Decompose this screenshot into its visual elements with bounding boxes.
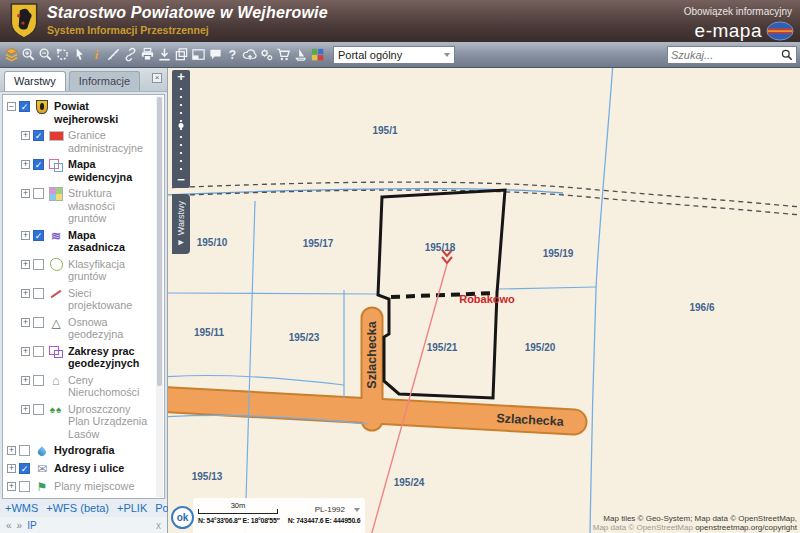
layer-checkbox[interactable] <box>19 445 30 456</box>
search-input[interactable] <box>671 49 781 61</box>
expand-node-icon[interactable]: + <box>21 318 30 327</box>
layer-label[interactable]: Ceny Nieruchomości <box>68 374 154 399</box>
ok-button[interactable]: ok <box>171 506 194 529</box>
footer-link[interactable]: +WMS <box>5 502 38 514</box>
expand-node-icon[interactable]: + <box>21 189 30 198</box>
layer-checkbox[interactable]: ✓ <box>33 230 44 241</box>
print-icon[interactable] <box>139 44 156 66</box>
map-zoom-out-button[interactable]: − <box>172 173 190 188</box>
svg-text:i: i <box>95 48 99 62</box>
panel-close-icon[interactable]: × <box>152 73 162 83</box>
zoom-out-icon[interactable] <box>37 44 54 66</box>
layer-checkbox[interactable] <box>33 375 44 386</box>
tab-warstwy[interactable]: Warstwy <box>4 71 66 91</box>
copy-view-icon[interactable] <box>173 44 190 66</box>
expand-node-icon[interactable]: + <box>7 446 16 455</box>
layer-label[interactable]: Klasyfikacja gruntów <box>68 258 154 283</box>
collapse-node-icon[interactable]: − <box>7 102 16 111</box>
nav-next-button[interactable]: » <box>17 520 23 531</box>
layer-checkbox[interactable] <box>19 481 30 492</box>
projection-select[interactable]: PL-1992 <box>315 505 360 514</box>
footer-link[interactable]: +PLIK <box>117 502 147 514</box>
layout-panels-icon[interactable] <box>190 44 207 66</box>
layer-tree-row: +♠♠Uproszczony Plan Urządzenia Lasów <box>20 401 154 443</box>
layer-label[interactable]: Mapa ewidencyjna <box>68 158 154 183</box>
scale-label: 30m <box>198 502 278 509</box>
footer-link[interactable]: +WFS (beta) <box>46 502 109 514</box>
layer-checkbox[interactable]: ✓ <box>19 463 30 474</box>
hydro-layer-icon <box>34 444 50 458</box>
layer-tree-row: +✓Granice administracyjne <box>20 127 154 156</box>
layer-label[interactable]: Plany miejscowe <box>54 480 154 493</box>
expand-node-icon[interactable]: + <box>21 376 30 385</box>
cadastral-line <box>168 293 377 294</box>
layer-label[interactable]: Uproszczony Plan Urządzenia Lasów <box>68 403 154 441</box>
map-graphics <box>168 68 800 533</box>
layers-icon[interactable] <box>3 44 20 66</box>
ip-link[interactable]: IP <box>27 520 36 531</box>
search-box <box>667 46 797 64</box>
layer-checkbox[interactable]: ✓ <box>33 130 44 141</box>
layer-checkbox[interactable] <box>33 346 44 357</box>
layer-checkbox[interactable]: ✓ <box>33 159 44 170</box>
help-icon[interactable]: ? <box>224 44 241 66</box>
collapse-layers-tab[interactable]: ◄ Warstwy <box>172 194 190 254</box>
sail-icon[interactable] <box>292 44 309 66</box>
map-zoom-slider[interactable] <box>172 85 190 173</box>
tab-informacje[interactable]: Informacje <box>69 71 140 91</box>
layer-label[interactable]: Adresy i ulice <box>54 462 154 475</box>
measure-icon[interactable] <box>105 44 122 66</box>
expand-node-icon[interactable]: + <box>21 289 30 298</box>
expand-node-icon[interactable]: + <box>21 260 30 269</box>
bottom-close-button[interactable]: x <box>156 520 161 531</box>
cadastre-layer-icon <box>48 158 64 172</box>
layer-label[interactable]: Sieci projektowane <box>68 287 154 312</box>
portal-grid-icon[interactable] <box>309 44 326 66</box>
layer-checkbox[interactable] <box>33 404 44 415</box>
osm-copyright-link[interactable]: openstreetmap.org/copyright <box>695 523 797 532</box>
map-zoom-in-button[interactable]: + <box>172 70 190 85</box>
map-canvas[interactable]: 195/1195/10195/17195/18195/19196/6195/11… <box>168 68 800 533</box>
link-icon[interactable] <box>122 44 139 66</box>
layer-label[interactable]: Powiat wejherowski <box>54 100 154 125</box>
cloud-upload-icon[interactable] <box>241 44 258 66</box>
settings-gears-icon[interactable] <box>258 44 275 66</box>
layer-checkbox[interactable] <box>33 188 44 199</box>
select-area-icon[interactable] <box>54 44 71 66</box>
download-icon[interactable] <box>156 44 173 66</box>
expand-node-icon[interactable]: + <box>21 231 30 240</box>
search-icon[interactable] <box>781 49 793 61</box>
cart-icon[interactable] <box>275 44 292 66</box>
emapa-globe-icon <box>766 21 794 41</box>
tree-scrollbar[interactable] <box>156 96 163 497</box>
pointer-icon[interactable] <box>71 44 88 66</box>
layer-label[interactable]: Struktura własności gruntów <box>68 187 154 225</box>
layer-checkbox[interactable]: ✓ <box>19 101 30 112</box>
expand-node-icon[interactable]: + <box>21 405 30 414</box>
expand-node-icon[interactable]: + <box>7 482 16 491</box>
expand-node-icon[interactable]: + <box>21 347 30 356</box>
expand-node-icon[interactable]: + <box>7 464 16 473</box>
road-horizontal-fill <box>168 399 574 422</box>
zoom-in-icon[interactable] <box>20 44 37 66</box>
page-title: Starostwo Powiatowe w Wejherowie <box>47 4 328 22</box>
comment-icon[interactable] <box>207 44 224 66</box>
nav-prev-button[interactable]: « <box>6 520 12 531</box>
layer-checkbox[interactable] <box>33 259 44 270</box>
ownership-layer-icon <box>48 187 64 201</box>
info-obligation-link[interactable]: Obowiązek informacyjny <box>684 6 792 17</box>
layer-label[interactable]: Hydrografia <box>54 444 154 457</box>
layer-checkbox[interactable] <box>33 317 44 328</box>
layer-label[interactable]: Mapa zasadnicza <box>68 229 154 254</box>
layer-checkbox[interactable] <box>33 288 44 299</box>
app-header: Starostwo Powiatowe w Wejherowie System … <box>0 0 800 42</box>
portal-select-value: Portal ogólny <box>338 49 402 61</box>
portal-select[interactable]: Portal ogólny <box>333 46 455 64</box>
layer-label[interactable]: Zakresy prac geodezyjnych <box>68 345 154 370</box>
prices-layer-icon: ⌂ <box>48 374 64 388</box>
expand-node-icon[interactable]: + <box>21 160 30 169</box>
expand-node-icon[interactable]: + <box>21 131 30 140</box>
layer-label[interactable]: Osnowa geodezyjna <box>68 316 154 341</box>
layer-label[interactable]: Granice administracyjne <box>68 129 154 154</box>
info-icon[interactable]: i <box>88 44 105 66</box>
